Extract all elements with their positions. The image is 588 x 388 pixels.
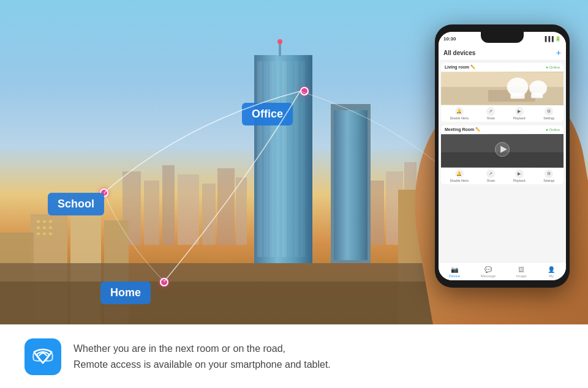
phone-add-button[interactable]: +	[556, 48, 561, 58]
action-settings-1[interactable]: ⚙ Settings	[543, 107, 554, 120]
footer-line2: Remote access is available on your smart…	[74, 357, 331, 373]
action-alerts-2[interactable]: 🔔 Disable Alerts	[450, 170, 469, 182]
action-share-1[interactable]: ↗ Share	[486, 107, 495, 120]
device-status-living-room: ● Online	[546, 65, 560, 69]
svg-rect-37	[37, 226, 40, 229]
nav-my[interactable]: 👤 My	[547, 265, 556, 278]
action-settings-2[interactable]: ⚙ Settings	[543, 170, 554, 182]
phone-screen: 10:30 ▐▐▐ 🔋 All devices + Living room ✏️…	[439, 32, 566, 280]
office-label[interactable]: Office	[242, 103, 293, 125]
svg-rect-5	[202, 184, 216, 245]
svg-rect-35	[43, 220, 46, 223]
svg-rect-47	[510, 93, 524, 99]
phone-signal: ▐▐▐ 🔋	[543, 36, 561, 42]
svg-rect-10	[371, 181, 384, 245]
svg-rect-19	[288, 61, 293, 257]
svg-rect-42	[49, 233, 52, 235]
svg-rect-14	[257, 61, 262, 257]
app-logo	[31, 345, 55, 369]
camera-preview-living-room[interactable]	[441, 72, 564, 105]
svg-rect-2	[144, 181, 159, 245]
nav-device[interactable]: 📷 Device	[449, 265, 460, 278]
home-label[interactable]: Home	[100, 282, 151, 304]
device-actions-1: 🔔 Disable Alerts ↗ Share ▶ Playback	[441, 105, 564, 122]
svg-rect-36	[49, 220, 52, 223]
svg-rect-22	[279, 43, 281, 56]
svg-point-23	[277, 39, 282, 44]
svg-rect-15	[263, 61, 268, 257]
main-container: Office School Home 10:30 ▐▐▐ 🔋	[0, 0, 588, 388]
svg-rect-25	[334, 110, 368, 260]
camera-preview-meeting-room[interactable]	[441, 134, 564, 168]
phone-header: All devices +	[439, 45, 566, 61]
svg-rect-20	[294, 61, 299, 257]
footer-text: Whether you are in the next room or on t…	[74, 341, 331, 372]
action-playback-1[interactable]: ▶ Playback	[513, 107, 526, 120]
phone-body: 10:30 ▐▐▐ 🔋 All devices + Living room ✏️…	[435, 24, 570, 288]
action-share-2[interactable]: ↗ Share	[486, 170, 495, 182]
phone-time: 10:30	[443, 36, 456, 42]
action-playback-2[interactable]: ▶ Playback	[513, 170, 526, 182]
hero-section: Office School Home 10:30 ▐▐▐ 🔋	[0, 0, 588, 324]
svg-rect-4	[178, 174, 199, 245]
svg-rect-40	[37, 233, 40, 235]
app-icon	[24, 338, 61, 375]
home-dot	[160, 278, 168, 286]
device-name-living-room: Living room ✏️	[445, 65, 476, 70]
svg-rect-3	[162, 165, 175, 245]
phone-mockup: 10:30 ▐▐▐ 🔋 All devices + Living room ✏️…	[417, 18, 588, 324]
camera-feed-2	[441, 134, 564, 168]
device-name-meeting-room: Meeting Room ✏️	[445, 127, 481, 132]
device-actions-2: 🔔 Disable Alerts ↗ Share ▶ Playback	[441, 168, 564, 184]
phone-notch	[481, 32, 524, 43]
phone-header-title: All devices	[443, 50, 475, 56]
office-dot	[300, 87, 309, 95]
action-alerts-1[interactable]: 🔔 Disable Alerts	[450, 107, 469, 120]
nav-image[interactable]: 🖼 Image	[516, 265, 527, 278]
nav-message[interactable]: 💬 Message	[481, 265, 496, 278]
svg-rect-17	[276, 61, 281, 257]
svg-rect-7	[236, 177, 247, 245]
device-row-meeting-room: Meeting Room ✏️ ● Online	[441, 125, 564, 184]
svg-rect-49	[531, 94, 543, 99]
svg-rect-38	[43, 226, 46, 229]
device-row-living-room: Living room ✏️ ● Online	[441, 63, 564, 122]
svg-rect-16	[270, 61, 274, 257]
footer-line1: Whether you are in the next room or on t…	[74, 341, 331, 357]
svg-rect-6	[217, 168, 235, 245]
school-label[interactable]: School	[48, 193, 104, 215]
device-status-meeting-room: ● Online	[546, 128, 560, 132]
svg-rect-34	[37, 220, 40, 223]
svg-rect-39	[49, 226, 52, 229]
svg-rect-41	[43, 233, 46, 235]
svg-rect-18	[282, 61, 287, 257]
footer-section: Whether you are in the next room or on t…	[0, 324, 588, 388]
camera-feed-1	[441, 72, 564, 105]
phone-nav: 📷 Device 💬 Message 🖼 Image 👤	[439, 262, 566, 280]
